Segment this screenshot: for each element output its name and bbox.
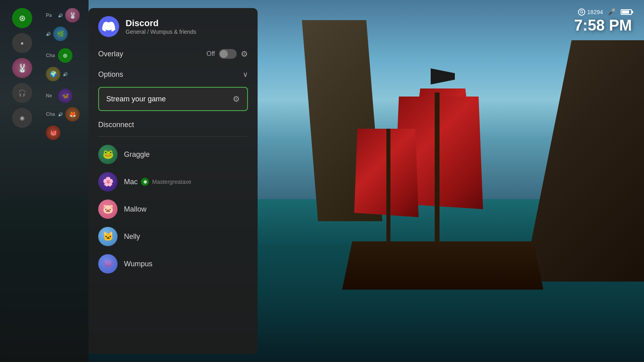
battery-icon (621, 9, 632, 15)
sidebar-avatars-column: Pa 🔊 🐰 🔊 🌿 Cha ⊛ 🌍 🔊 Ne 🦋 Cha (44, 0, 89, 362)
discord-subtitle: General / Wumpus & friends (126, 29, 196, 35)
discord-logo-icon (102, 20, 115, 33)
sidebar-avatar-4[interactable]: 🦋 (58, 88, 72, 103)
sidebar-avatar-6[interactable]: 🐙 (46, 125, 60, 140)
user-item-nelly[interactable]: 🐱 Nelly (98, 224, 248, 249)
user-name-mac: Mac (124, 178, 138, 186)
avatar-mallow: 🐷 (98, 200, 118, 219)
sidebar-avatar-3[interactable]: 🌍 (46, 67, 60, 81)
overlay-gear-button[interactable]: ⚙ (241, 49, 248, 59)
stream-gear-button[interactable]: ⚙ (233, 94, 240, 104)
vol-icon-1: 🔊 (58, 13, 63, 18)
overlay-row: Overlay Off ⚙ (98, 43, 248, 64)
sidebar-avatar-2[interactable]: 🌿 (53, 27, 68, 41)
mic-icon: 🎤 (608, 8, 616, 16)
user-name-nelly: Nelly (124, 232, 140, 241)
user-item-wumpus[interactable]: 👾 Wumpus (98, 251, 248, 277)
sidebar-item-discord-small[interactable]: ◉ (12, 108, 32, 128)
sidebar-label-cha2: Cha (46, 111, 56, 117)
g-icon: G (578, 8, 585, 16)
ship-flag (431, 68, 455, 84)
sidebar-item-xbox[interactable]: ⊛ (12, 8, 32, 28)
sidebar-item-headset[interactable]: 🎧 (12, 83, 32, 103)
sidebar-row-2: 🔊 🌿 (44, 27, 89, 41)
sidebar-label-ne: Ne (46, 93, 56, 99)
overlay-controls: Off ⚙ (206, 49, 248, 59)
time-display: 7:58 PM (574, 17, 632, 34)
status-bar: G 18294 🎤 7:58 PM (574, 8, 632, 34)
vol-icon-2: 🔊 (46, 32, 51, 36)
options-row[interactable]: Options ∨ (98, 64, 248, 84)
avatar-graggle: 🐸 (98, 145, 118, 164)
sidebar-avatar-5[interactable]: 🦊 (65, 107, 80, 121)
toggle-thumb (220, 50, 228, 58)
left-sidebar: ⊛ ● 🐰 🎧 ◉ Pa 🔊 🐰 🔊 🌿 Cha ⊛ 🌍 (0, 0, 89, 362)
avatar-nelly: 🐱 (98, 227, 118, 246)
overlay-label: Overlay (98, 50, 123, 58)
sidebar-avatar-xbox[interactable]: ⊛ (58, 48, 72, 63)
user-name-block-mallow: Mallow (124, 205, 147, 214)
overlay-toggle-off-label: Off (206, 50, 215, 58)
discord-logo (98, 16, 119, 37)
sidebar-item-discord-icon[interactable]: ● (12, 33, 32, 53)
stream-game-label: Stream your game (106, 95, 166, 103)
battery-fill (622, 10, 629, 14)
user-item-mac[interactable]: 🌸 Mac ⊛ Mastergreataxe (98, 169, 248, 195)
user-name-block-nelly: Nelly (124, 232, 140, 241)
sidebar-label-cha: Cha (46, 53, 56, 58)
sidebar-row-5: Ne 🦋 (44, 88, 89, 103)
sidebar-row-7: 🐙 (44, 125, 89, 140)
user-name-graggle: Graggle (124, 150, 150, 159)
ship-hull (342, 241, 543, 290)
discord-panel: Discord General / Wumpus & friends Overl… (89, 8, 258, 354)
user-item-graggle[interactable]: 🐸 Graggle (98, 142, 248, 167)
vol-icon-4: 🔊 (58, 112, 63, 117)
xbox-badge-mac: ⊛ (141, 178, 149, 186)
sidebar-row-4: 🌍 🔊 (44, 67, 89, 81)
overlay-state-text: Off (206, 50, 215, 58)
discord-title-block: Discord General / Wumpus & friends (126, 18, 196, 35)
user-name-wumpus: Wumpus (124, 260, 153, 268)
overlay-toggle[interactable] (219, 49, 237, 59)
sidebar-row-6: Cha 🔊 🦊 (44, 107, 89, 121)
user-name-block-mac: Mac ⊛ Mastergreataxe (124, 178, 191, 186)
options-chevron-button[interactable]: ∨ (243, 70, 248, 79)
sidebar-icons-column: ⊛ ● 🐰 🎧 ◉ (0, 0, 44, 362)
ship-mast-fore (386, 129, 390, 249)
stream-game-button[interactable]: Stream your game ⚙ (98, 87, 248, 111)
g-score-display: G 18294 (578, 8, 603, 16)
sidebar-label-pa: Pa (46, 12, 56, 18)
sidebar-row-1: Pa 🔊 🐰 (44, 8, 89, 23)
discord-header: Discord General / Wumpus & friends (89, 8, 258, 43)
ship-mast-main (435, 93, 440, 245)
ship (322, 68, 584, 290)
sidebar-avatar-1[interactable]: 🐰 (65, 8, 80, 23)
user-list: 🐸 Graggle 🌸 Mac ⊛ Mastergreataxe 🐷 Mallo… (98, 142, 248, 277)
options-label: Options (98, 70, 123, 79)
discord-app-name: Discord (126, 18, 196, 29)
sidebar-item-avatar1[interactable]: 🐰 (12, 58, 32, 78)
avatar-mac: 🌸 (98, 172, 118, 191)
user-name-block-graggle: Graggle (124, 150, 150, 159)
gamertag-mac: Mastergreataxe (152, 179, 191, 185)
avatar-wumpus: 👾 (98, 254, 118, 274)
user-name-mallow: Mallow (124, 205, 147, 214)
disconnect-row[interactable]: Disconnect (98, 117, 248, 135)
disconnect-label: Disconnect (98, 121, 134, 129)
user-name-block-wumpus: Wumpus (124, 260, 153, 268)
sidebar-row-3: Cha ⊛ (44, 48, 89, 63)
user-item-mallow[interactable]: 🐷 Mallow (98, 196, 248, 222)
g-score-value: 18294 (587, 9, 603, 15)
discord-body: Overlay Off ⚙ Options ∨ Stream your game… (89, 43, 258, 277)
divider (98, 136, 248, 137)
vol-icon-3: 🔊 (63, 72, 68, 76)
